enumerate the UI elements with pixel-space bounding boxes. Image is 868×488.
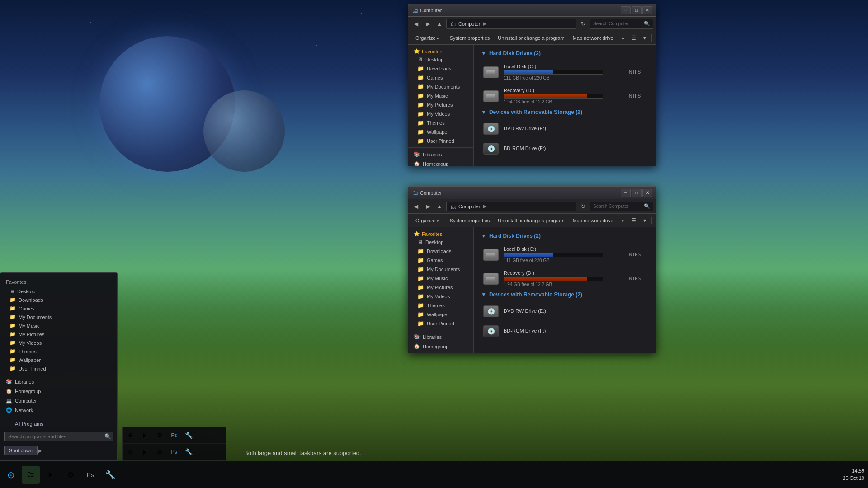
forward-button-2[interactable]: ▶ [423,202,433,211]
drive-dvd-1[interactable]: 💿 DVD RW Drive (E:) [481,120,649,138]
refresh-button-1[interactable]: ↻ [578,19,588,29]
close-button-2[interactable]: ✕ [642,189,652,197]
sidebar-item-themes-2[interactable]: 📁 Themes [408,301,473,310]
sidebar-item-myvideos-2[interactable]: 📁 My Videos [408,292,473,301]
shutdown-arrow-icon[interactable]: ▶ [38,448,42,453]
up-button-2[interactable]: ▲ [434,202,444,211]
drive-dvd-2[interactable]: 💿 DVD RW Drive (E:) [481,302,649,320]
sidebar-item-mydocuments-1[interactable]: 📁 My Documents [408,82,473,91]
taskbar-start-icon[interactable]: ⊙ [2,466,20,484]
start-item-downloads[interactable]: 📁Downloads [0,296,117,304]
search-box-1[interactable]: Search Computer 🔍 [590,19,653,29]
start-item-mypictures[interactable]: 📁My Pictures [0,330,117,338]
system-properties-button-2[interactable]: System properties [446,216,494,225]
sidebar-item-myvideos-1[interactable]: 📁 My Videos [408,109,473,118]
organize-button-1[interactable]: Organize▾ [412,34,443,42]
maximize-button-2[interactable]: □ [632,189,642,197]
sidebar-homegroup-1[interactable]: 🏠 Homegroup [408,159,473,166]
up-button-1[interactable]: ▲ [434,19,444,29]
start-network[interactable]: 🌐Network [0,405,117,415]
more-button-2[interactable]: » [618,216,628,225]
organize-button-2[interactable]: Organize▾ [412,216,443,225]
sidebar-item-mymusic-2[interactable]: 📁 My Music [408,274,473,283]
mini-media-icon[interactable]: ⏵ [139,429,151,441]
start-item-mydocuments[interactable]: 📁My Documents [0,313,117,321]
map-network-button-1[interactable]: Map network drive [569,34,617,42]
sidebar-item-mypictures-2[interactable]: 📁 My Pictures [408,283,473,292]
taskbar-tool-icon[interactable]: 🔧 [101,466,119,484]
minimize-button-1[interactable]: ─ [621,6,631,14]
sidebar-item-mymusic-1[interactable]: 📁 My Music [408,91,473,100]
drive-d-2[interactable]: Recovery (D:) 1.94 GB free of 12.2 GB NT… [481,267,649,290]
taskbar-settings-icon[interactable]: ⚙ [61,466,80,484]
taskbar-ps-icon[interactable]: Ps [81,466,99,484]
sidebar-computer-2[interactable]: 💻 Computer [408,351,473,353]
mini-settings2-icon[interactable]: ⚙ [153,446,166,458]
mini-ps2-icon[interactable]: Ps [168,446,180,458]
drive-d-1[interactable]: Recovery (D:) 1.94 GB free of 12.2 GB NT… [481,85,649,107]
drive-c-2[interactable]: Local Disk (C:) 111 GB free of 220 GB NT… [481,244,649,266]
view-dropdown-icon-1[interactable]: ▾ [640,33,650,43]
minimize-button-2[interactable]: ─ [621,189,631,197]
mini-tool-icon[interactable]: 🔧 [182,429,195,441]
mini-media2-icon[interactable]: ⏵ [139,446,151,458]
sidebar-item-wallpaper-1[interactable]: 📁 Wallpaper [408,127,473,136]
mini-add-icon[interactable]: ⊕ [124,429,137,441]
taskbar-explorer-icon[interactable]: 🗂 [22,466,40,484]
address-bar-2[interactable]: 🗂 Computer ▶ [446,202,576,211]
view-list-icon-1[interactable]: ☰ [629,33,639,43]
removable-section-arrow-1[interactable]: ▼ [481,109,486,115]
sidebar-item-mypictures-1[interactable]: 📁 My Pictures [408,100,473,109]
sidebar-item-games-2[interactable]: 📁 Games [408,256,473,265]
start-item-themes[interactable]: 📁Themes [0,347,117,356]
sidebar-item-userpinned-2[interactable]: 📁 User Pinned [408,319,473,328]
search-box-2[interactable]: Search Computer 🔍 [590,202,653,211]
sidebar-item-downloads-1[interactable]: 📁 Downloads [408,64,473,73]
sidebar-item-mydocuments-2[interactable]: 📁 My Documents [408,265,473,274]
sidebar-item-userpinned-1[interactable]: 📁 User Pinned [408,136,473,145]
start-item-mymusic[interactable]: 📁My Music [0,321,117,330]
back-button-2[interactable]: ◀ [411,202,421,211]
uninstall-button-1[interactable]: Uninstall or change a program [494,34,568,42]
refresh-button-2[interactable]: ↻ [578,202,588,211]
view-dropdown-icon-2[interactable]: ▾ [640,216,650,225]
back-button-1[interactable]: ◀ [411,19,421,29]
system-properties-button-1[interactable]: System properties [446,34,494,42]
start-search-input[interactable] [5,432,103,441]
sidebar-homegroup-2[interactable]: 🏠 Homegroup [408,342,473,351]
drive-bd-1[interactable]: 💿 BD-ROM Drive (F:) [481,140,649,158]
start-item-myvideos[interactable]: 📁My Videos [0,338,117,347]
mini-settings-icon[interactable]: ⚙ [153,429,166,441]
forward-button-1[interactable]: ▶ [423,19,433,29]
start-libraries[interactable]: 📚Libraries [0,377,117,386]
taskbar-media-icon[interactable]: ⏵ [42,466,60,484]
start-item-wallpaper[interactable]: 📁Wallpaper [0,356,117,364]
start-item-userpinned[interactable]: 📁User Pinned [0,364,117,373]
sidebar-libraries-1[interactable]: 📚 Libraries [408,150,473,159]
sidebar-item-games-1[interactable]: 📁 Games [408,73,473,82]
view-list-icon-2[interactable]: ☰ [629,216,639,225]
start-item-desktop[interactable]: 🖥Desktop [0,287,117,296]
sidebar-item-wallpaper-2[interactable]: 📁 Wallpaper [408,310,473,319]
start-search-bar[interactable]: 🔍 [4,432,113,441]
hdd-section-arrow-2[interactable]: ▼ [481,233,486,239]
uninstall-button-2[interactable]: Uninstall or change a program [494,216,568,225]
map-network-button-2[interactable]: Map network drive [569,216,617,225]
sidebar-libraries-2[interactable]: 📚 Libraries [408,332,473,342]
sidebar-item-themes-1[interactable]: 📁 Themes [408,118,473,127]
removable-section-arrow-2[interactable]: ▼ [481,291,486,298]
preview-icon-1[interactable]: ⊟ [654,33,656,43]
all-programs-link[interactable]: All Programs [6,420,52,428]
close-button-1[interactable]: ✕ [642,6,652,14]
drive-bd-2[interactable]: 💿 BD-ROM Drive (F:) [481,322,649,340]
maximize-button-1[interactable]: □ [632,6,642,14]
mini-tool2-icon[interactable]: 🔧 [182,446,195,458]
sidebar-item-desktop-1[interactable]: 🖥 Desktop [408,55,473,64]
drive-c-1[interactable]: Local Disk (C:) 111 GB free of 220 GB NT… [481,61,649,83]
start-item-games[interactable]: 📁Games [0,304,117,313]
sidebar-item-desktop-2[interactable]: 🖥 Desktop [408,238,473,247]
preview-icon-2[interactable]: ⊟ [654,216,656,225]
address-bar-1[interactable]: 🗂 Computer ▶ [446,19,576,29]
more-button-1[interactable]: » [618,34,628,42]
mini-ps-icon[interactable]: Ps [168,429,180,441]
